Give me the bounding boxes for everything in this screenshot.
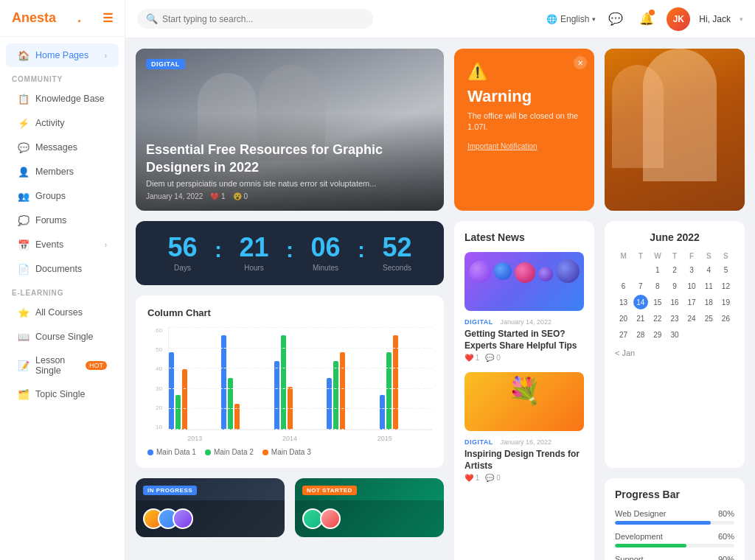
calendar-day[interactable]: 29 (650, 327, 665, 342)
bar-group (327, 326, 379, 430)
sidebar-item-members[interactable]: 👤 Members (6, 160, 119, 183)
sidebar-item-label: Knowledge Base (35, 94, 105, 104)
sidebar-item-all-courses[interactable]: ⭐ All Courses (6, 301, 119, 324)
warning-icon: ⚠️ (467, 62, 581, 81)
sidebar-item-home-pages[interactable]: 🏠 Home Pages › (6, 43, 119, 67)
chart-bar (333, 361, 338, 430)
knowledge-base-icon: 📋 (18, 93, 29, 105)
sidebar-item-messages[interactable]: 💬 Messages (6, 136, 119, 159)
search-input[interactable] (162, 14, 364, 24)
sidebar-item-forums[interactable]: 💭 Forums (6, 209, 119, 232)
groups-icon: 👥 (18, 190, 29, 202)
news-item-1-tag: DIGITAL January 14, 2022 (465, 315, 584, 326)
search-bar[interactable]: 🔍 (137, 9, 373, 29)
calendar-day[interactable]: 20 (616, 311, 631, 326)
calendar-day-header: W (649, 251, 666, 262)
bar-group (274, 326, 327, 430)
close-button[interactable]: ✕ (574, 56, 587, 69)
sidebar-item-events[interactable]: 📅 Events › (6, 233, 119, 256)
calendar-day[interactable]: 1 (650, 262, 665, 277)
news-item-2: 💐 DIGITAL January 16, 2022 Inspiring Des… (465, 372, 584, 482)
calendar-day[interactable]: 6 (616, 279, 631, 293)
sidebar-item-topic-single[interactable]: 🗂️ Topic Single (6, 382, 119, 406)
hero-emoji-icon: 😮 0 (233, 192, 248, 200)
calendar-day[interactable]: 27 (616, 327, 631, 342)
calendar-day[interactable]: 13 (616, 295, 631, 309)
chart-bar (221, 335, 226, 430)
progress-bar-background (615, 521, 734, 525)
progress-label: Support 90% (615, 555, 734, 560)
progress-item: Development 60% (615, 532, 734, 547)
minutes-label: Minutes (296, 264, 355, 272)
calendar-day[interactable]: 4 (701, 262, 716, 277)
main-content: DIGITAL Essential Free Resources for Gra… (125, 38, 755, 560)
chevron-down-icon: ▾ (592, 15, 596, 23)
y-axis-label: 60 (156, 327, 162, 334)
home-icon: 🏠 (18, 49, 29, 61)
calendar-day[interactable]: 19 (718, 295, 733, 309)
y-axis-label: 30 (156, 385, 162, 392)
language-selector[interactable]: 🌐 English ▾ (546, 14, 596, 24)
chart-bar (386, 352, 392, 430)
sidebar-item-knowledge-base[interactable]: 📋 Knowledge Base (6, 87, 119, 111)
calendar-day[interactable]: 28 (633, 327, 648, 342)
calendar-day[interactable]: 30 (667, 327, 682, 342)
calendar-day[interactable]: 3 (684, 262, 699, 277)
notification-button[interactable]: 🔔 (636, 8, 658, 30)
sidebar-item-label: Messages (35, 142, 77, 153)
chat-button[interactable]: 💬 (605, 8, 627, 30)
calendar-day[interactable]: 9 (667, 279, 682, 293)
calendar-day[interactable]: 2 (667, 262, 682, 277)
user-name-label[interactable]: Hi, Jack (699, 14, 731, 24)
sidebar-item-lesson-single[interactable]: 📝 Lesson Single HOT (6, 349, 119, 382)
chart-bar (228, 378, 233, 430)
calendar-day[interactable]: 17 (684, 295, 699, 309)
warning-link[interactable]: Important Notification (467, 142, 581, 150)
sidebar-item-documents[interactable]: 📄 Documents (6, 257, 119, 281)
calendar-day[interactable]: 5 (718, 262, 733, 277)
course-single-icon: 📖 (18, 331, 29, 343)
hero-content: Essential Free Resources for Graphic Des… (146, 141, 434, 200)
calendar-day[interactable]: 18 (701, 295, 716, 309)
sidebar: Anesta. ☰ 🏠 Home Pages › COMMUNITY 📋 Kno… (0, 0, 125, 560)
calendar-day[interactable]: 12 (718, 279, 733, 293)
progress-item-label: Support (615, 555, 644, 560)
calendar-day[interactable]: 24 (684, 311, 699, 326)
calendar-day[interactable]: 8 (650, 279, 665, 293)
avatar[interactable]: JK (667, 7, 690, 31)
days-value: 56 (153, 234, 212, 261)
sidebar-item-groups[interactable]: 👥 Groups (6, 184, 119, 208)
sidebar-item-label: Lesson Single (35, 355, 83, 376)
calendar-day[interactable]: 11 (701, 279, 716, 293)
calendar-day[interactable]: 22 (650, 311, 665, 326)
bottom-card-in-progress[interactable]: IN PROGRESS (136, 478, 285, 537)
calendar-day[interactable]: 25 (701, 311, 716, 326)
chart-bar (281, 335, 286, 430)
legend-item: Main Data 3 (262, 448, 311, 456)
sidebar-item-course-single[interactable]: 📖 Course Single (6, 325, 119, 349)
bottom-cards-row: IN PROGRESS NOT STARTED (136, 478, 444, 560)
calendar-day[interactable]: 23 (667, 311, 682, 326)
warning-title: Warning (467, 87, 581, 106)
calendar-day[interactable]: 15 (650, 295, 665, 309)
sidebar-item-label: All Courses (35, 307, 83, 318)
prev-month-button[interactable]: < Jan (615, 349, 635, 357)
hamburger-icon[interactable]: ☰ (102, 11, 113, 25)
news-item-1-title[interactable]: Getting Started in SEO? Experts Share He… (465, 329, 584, 351)
calendar-grid: MTWTFSS 12345678910111213141516171819202… (615, 251, 734, 343)
calendar-day[interactable]: 16 (667, 295, 682, 309)
sidebar-item-activity[interactable]: ⚡ Activity (6, 111, 119, 135)
news-item-2-title[interactable]: Inspiring Design Trends for Artists (465, 449, 584, 472)
news-tag-2: DIGITAL (465, 438, 493, 446)
heart-reaction: ❤️ 1 (465, 354, 479, 362)
calendar-day[interactable]: 7 (633, 279, 648, 293)
calendar-day[interactable]: 21 (633, 311, 648, 326)
calendar-day[interactable]: 10 (684, 279, 699, 293)
calendar-day[interactable]: 26 (718, 311, 733, 326)
calendar-day-header: T (666, 251, 683, 262)
calendar-day[interactable]: 14 (633, 295, 648, 309)
elearning-section-label: E-LEARNING (0, 281, 125, 300)
news-date: January 14, 2022 (500, 318, 552, 326)
bottom-card-not-started[interactable]: NOT STARTED (295, 478, 444, 537)
calendar-day-header: T (632, 251, 649, 262)
